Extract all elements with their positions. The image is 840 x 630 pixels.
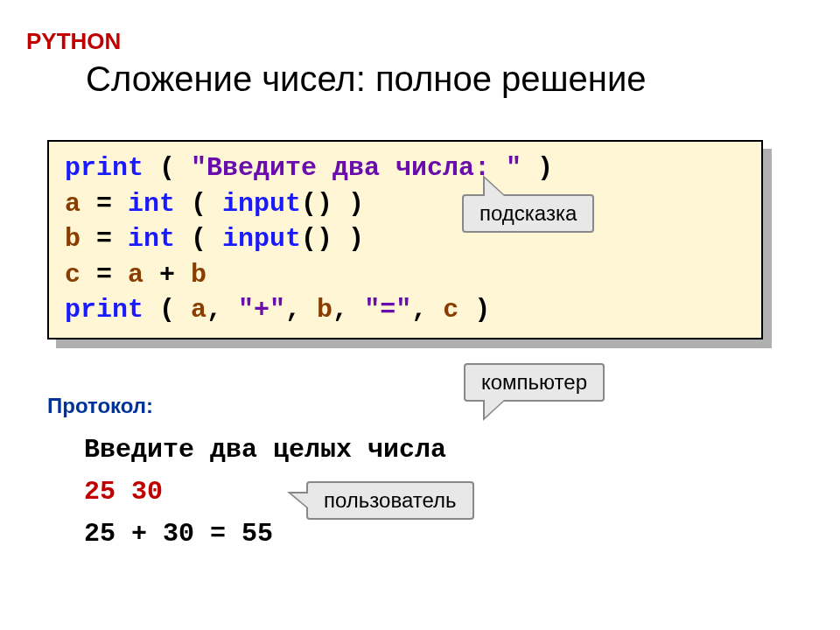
- var-b: b: [65, 224, 80, 254]
- language-label: PYTHON: [26, 28, 121, 55]
- string-literal: "+": [238, 295, 285, 325]
- op-eq: =: [80, 189, 128, 219]
- var-a: a: [191, 295, 206, 325]
- callout-computer: компьютер: [464, 363, 605, 402]
- code-line-3: b = int ( input() ): [65, 224, 364, 254]
- code-block: print ( "Введите два числа: " ) a = int …: [47, 140, 763, 340]
- var-c: c: [443, 295, 458, 325]
- var-a: a: [128, 260, 144, 290]
- paren: ): [458, 295, 490, 325]
- paren: (: [175, 224, 222, 254]
- callout-hint-label: подсказка: [480, 201, 577, 225]
- var-b: b: [317, 295, 332, 325]
- callout-hint: подсказка: [462, 194, 594, 233]
- callout-user: пользователь: [306, 481, 474, 520]
- comma: ,: [285, 295, 317, 325]
- paren: ): [332, 224, 364, 254]
- op-plus: +: [144, 260, 191, 290]
- kw-input: input: [222, 189, 301, 219]
- callout-tail-icon: [485, 400, 504, 417]
- kw-int: int: [128, 189, 175, 219]
- kw-int: int: [128, 224, 175, 254]
- callout-user-label: пользователь: [324, 488, 457, 512]
- op-eq: =: [80, 260, 128, 290]
- paren: (): [301, 189, 332, 219]
- comma: ,: [411, 295, 443, 325]
- paren: (: [144, 153, 191, 183]
- callout-tail-icon: [485, 178, 504, 196]
- protocol-prompt: Введите два целых числа: [84, 429, 446, 471]
- code-line-4: c = a + b: [65, 260, 206, 290]
- paren: (): [301, 224, 332, 254]
- callout-tail-icon: [291, 494, 308, 508]
- var-b: b: [191, 260, 206, 290]
- op-eq: =: [80, 224, 128, 254]
- callout-computer-label: компьютер: [481, 370, 587, 394]
- code-line-5: print ( a, "+", b, "=", c ): [65, 295, 490, 325]
- comma: ,: [206, 295, 238, 325]
- kw-print: print: [65, 295, 144, 325]
- string-literal: "=": [364, 295, 411, 325]
- kw-input: input: [222, 224, 301, 254]
- comma: ,: [332, 295, 364, 325]
- slide-title: Сложение чисел: полное решение: [86, 60, 647, 99]
- paren: ): [332, 189, 364, 219]
- code-line-2: a = int ( input() ): [65, 189, 364, 219]
- var-c: c: [65, 260, 80, 290]
- paren: (: [144, 295, 191, 325]
- protocol-heading: Протокол:: [47, 394, 153, 418]
- var-a: a: [65, 189, 80, 219]
- string-literal: "Введите два числа: ": [191, 153, 522, 183]
- code-line-1: print ( "Введите два числа: " ): [65, 153, 553, 183]
- paren: (: [175, 189, 222, 219]
- kw-print: print: [65, 153, 144, 183]
- paren: ): [522, 153, 553, 183]
